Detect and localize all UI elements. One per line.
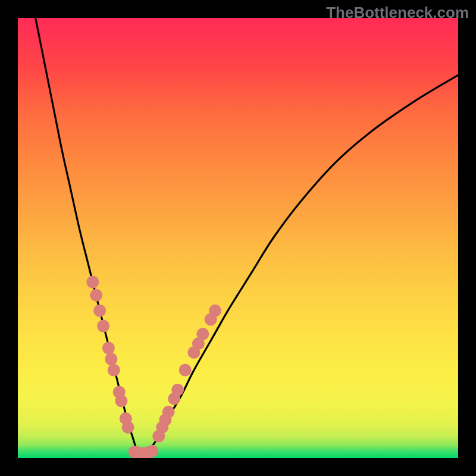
data-marker xyxy=(171,384,184,396)
data-marker xyxy=(90,289,102,302)
data-marker xyxy=(146,445,158,458)
data-marker xyxy=(122,421,134,434)
chart-svg xyxy=(18,18,458,458)
data-marker xyxy=(108,364,120,377)
chart-frame: TheBottleneck.com xyxy=(0,0,476,476)
data-marker xyxy=(209,305,221,317)
data-marker xyxy=(115,394,127,407)
curve-markers xyxy=(86,276,221,459)
data-marker xyxy=(97,320,109,333)
data-marker xyxy=(162,406,175,418)
watermark-text: TheBottleneck.com xyxy=(326,4,469,22)
data-marker xyxy=(196,328,209,340)
data-marker xyxy=(102,342,115,355)
data-marker xyxy=(93,305,106,317)
curve-right-branch xyxy=(141,75,458,454)
data-marker xyxy=(179,364,192,377)
data-marker xyxy=(105,353,117,365)
plot-area xyxy=(18,18,458,458)
curve-left-branch xyxy=(36,18,146,454)
data-marker xyxy=(86,276,99,289)
